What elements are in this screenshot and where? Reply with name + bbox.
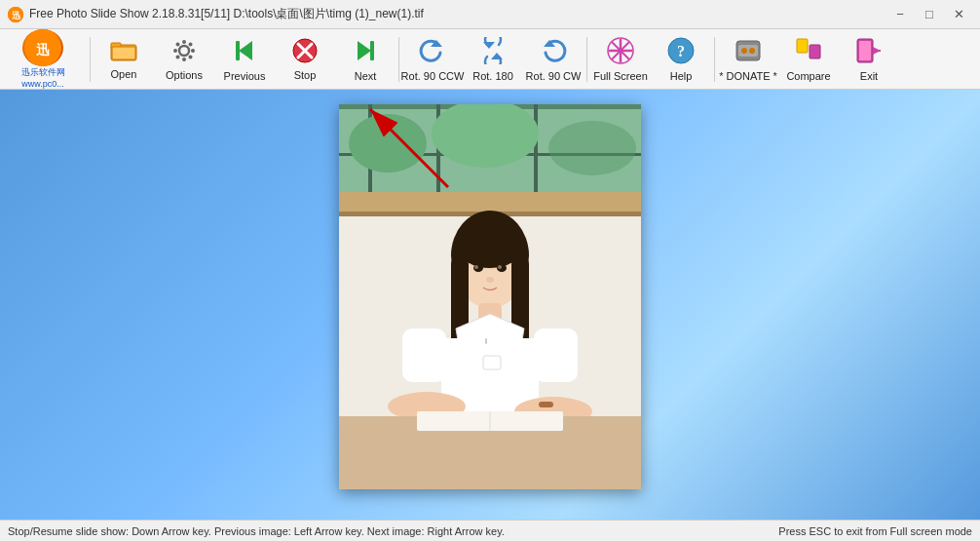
fullscreen-button[interactable]: Full Screen [591,32,650,87]
open-icon [110,39,137,66]
rot-180-button[interactable]: Rot. 180 [464,32,522,87]
title-bar-left: 迅 Free Photo Slide Show 2.18.8.31[5/11] … [8,6,424,22]
svg-point-8 [182,40,186,44]
annotation-arrow [341,99,458,200]
svg-point-63 [459,229,521,268]
rot-cw-button[interactable]: Rot. 90 CW [524,32,583,87]
donate-label: * DONATE * [719,70,777,82]
svg-text:迅: 迅 [36,42,51,58]
svg-rect-50 [534,104,538,192]
open-button[interactable]: Open [94,32,153,87]
toolbar: 迅 迅乐软件网www.pc0... Open [0,29,980,90]
svg-point-67 [498,265,502,269]
fullscreen-label: Full Screen [593,70,648,82]
status-left-text: Stop/Resume slide show: Down Arrow key. … [8,525,778,537]
title-bar: 迅 Free Photo Slide Show 2.18.8.31[5/11] … [0,0,980,29]
exit-icon [855,37,883,68]
next-label: Next [355,70,377,82]
stop-icon [292,38,318,67]
svg-marker-16 [239,41,252,60]
svg-point-7 [179,46,189,56]
app-icon: 迅 [8,7,23,22]
stop-button[interactable]: Stop [276,32,334,87]
svg-point-10 [173,49,177,53]
toolbar-divider-4 [714,37,715,82]
svg-rect-72 [534,328,578,382]
svg-text:迅: 迅 [12,11,21,20]
svg-marker-21 [358,41,371,60]
compare-icon [795,37,822,68]
exit-label: Exit [860,70,878,82]
svg-marker-24 [483,42,495,49]
svg-rect-39 [810,45,820,58]
main-content [0,90,980,520]
donate-icon [735,37,762,68]
svg-point-15 [176,55,180,58]
rot-ccw-icon [419,37,446,68]
svg-point-13 [189,55,193,58]
next-button[interactable]: Next [336,32,395,87]
svg-point-37 [749,48,755,54]
help-button[interactable]: ? Help [652,32,710,87]
svg-point-36 [741,48,747,54]
previous-icon [231,37,258,68]
open-label: Open [111,68,137,80]
svg-text:?: ? [677,43,685,59]
window-title: Free Photo Slide Show 2.18.8.31[5/11] D:… [29,6,424,22]
donate-button[interactable]: * DONATE * [719,32,777,87]
svg-rect-41 [859,41,871,60]
rot-180-label: Rot. 180 [472,70,513,82]
rot-ccw-button[interactable]: Rot. 90 CCW [403,32,462,87]
maximize-button[interactable]: □ [916,5,943,24]
window-controls: − □ ✕ [886,5,972,24]
fullscreen-icon [607,37,634,68]
options-button[interactable]: Options [155,32,213,87]
svg-rect-38 [797,39,808,53]
svg-point-54 [548,121,636,175]
svg-rect-22 [370,41,374,60]
toolbar-divider-2 [398,37,399,82]
previous-button[interactable]: Previous [215,32,274,87]
svg-point-11 [191,49,195,53]
rot-ccw-label: Rot. 90 CCW [401,70,465,82]
svg-point-9 [182,58,186,61]
options-label: Options [166,69,203,81]
logo-circle: 迅 [22,29,63,66]
svg-point-66 [474,265,478,269]
previous-label: Previous [224,70,266,82]
options-icon [171,38,197,67]
rot-cw-label: Rot. 90 CW [526,70,582,82]
status-right-text: Press ESC to exit from Full screen mode [778,525,972,537]
svg-rect-79 [539,402,553,407]
exit-button[interactable]: Exit [840,32,898,87]
svg-point-12 [176,42,180,46]
svg-marker-25 [491,53,503,59]
svg-line-45 [370,109,448,187]
toolbar-divider-1 [90,37,91,82]
compare-label: Compare [786,70,830,82]
app-logo: 迅 迅乐软件网www.pc0... [4,33,82,86]
help-label: Help [670,70,693,82]
svg-rect-17 [236,41,240,60]
svg-rect-71 [402,328,446,382]
stop-label: Stop [294,69,317,81]
minimize-button[interactable]: − [886,5,914,24]
toolbar-divider-3 [586,37,587,82]
svg-point-68 [486,277,494,283]
rot-cw-icon [540,37,567,68]
help-icon: ? [667,37,695,68]
svg-point-14 [189,42,193,46]
status-bar: Stop/Resume slide show: Down Arrow key. … [0,520,980,541]
rot-180-icon [479,37,507,68]
logo-text: 迅乐软件网www.pc0... [21,66,65,89]
svg-rect-73 [485,338,487,344]
svg-rect-6 [112,47,135,59]
compare-button[interactable]: Compare [779,32,838,87]
next-icon [352,37,379,68]
close-button[interactable]: ✕ [945,5,972,24]
